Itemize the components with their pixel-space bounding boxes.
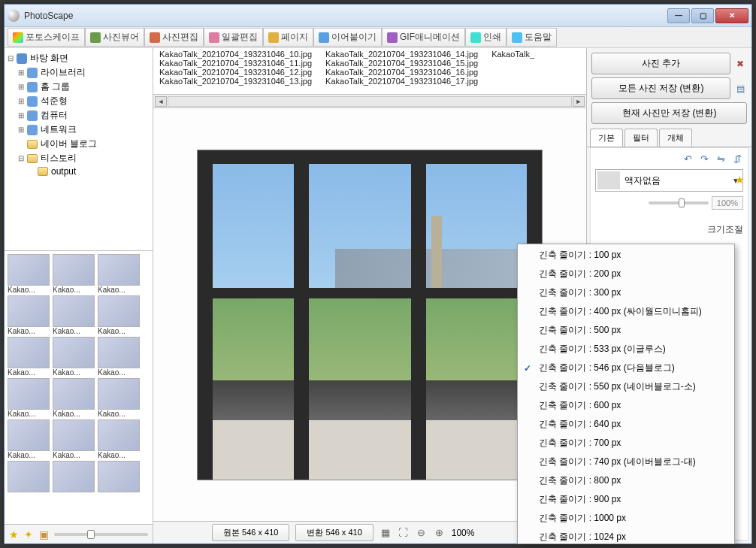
tree-node[interactable]: ⊞라이브러리 <box>6 65 151 80</box>
wand-icon[interactable]: ✦ <box>24 529 35 540</box>
redo-icon[interactable]: ↷ <box>698 153 710 165</box>
opacity-slider[interactable] <box>649 201 709 204</box>
tree-root[interactable]: ⊟바탕 화면 <box>6 51 151 65</box>
tree-node[interactable]: 네이버 블로그 <box>6 137 151 151</box>
resize-label[interactable]: 크기조절 <box>595 223 743 236</box>
toolbar-tab[interactable]: 포토스케이프 <box>8 28 85 47</box>
menu-item[interactable]: 긴축 줄이기 : 300 px <box>519 283 733 302</box>
thumbnail[interactable] <box>8 461 50 492</box>
menu-item[interactable]: 긴축 줄이기 : 500 px <box>519 321 733 340</box>
toolbar-tab[interactable]: 일괄편집 <box>204 28 263 47</box>
add-photo-button[interactable]: 사진 추가 <box>591 53 730 74</box>
menu-item[interactable]: 긴축 줄이기 : 400 px (싸이월드미니홈피) <box>519 302 733 321</box>
file-item[interactable]: KakaoTalk_20210704_193231046_10.jpg <box>159 50 312 59</box>
menu-item[interactable]: 긴축 줄이기 : 533 px (이글루스) <box>519 340 733 359</box>
minimize-button[interactable]: — <box>667 8 690 23</box>
menu-item[interactable]: 긴축 줄이기 : 550 px (네이버블로그-소) <box>519 377 733 396</box>
file-item[interactable]: KakaoTalk_20210704_193231046_11.jpg <box>159 59 312 68</box>
thumbnail[interactable]: Kakao... <box>53 378 95 418</box>
toolbar-tab[interactable]: 도움말 <box>507 28 557 47</box>
tree-node[interactable]: ⊞컴퓨터 <box>6 108 151 123</box>
star-icon[interactable]: ★ <box>9 529 20 540</box>
thumbnail[interactable]: Kakao... <box>53 254 95 294</box>
toolbar-tab[interactable]: 인쇄 <box>465 28 507 47</box>
maximize-button[interactable]: ▢ <box>691 8 714 23</box>
delete-icon[interactable]: ✖ <box>733 57 747 71</box>
expander-icon[interactable]: ⊞ <box>17 83 26 91</box>
save-all-button[interactable]: 모든 사진 저장 (변환) <box>591 77 730 99</box>
expander-icon[interactable]: ⊞ <box>17 68 26 77</box>
menu-item[interactable]: 긴축 줄이기 : 200 px <box>519 265 733 283</box>
thumbnail[interactable]: Kakao... <box>98 337 140 377</box>
thumbnail[interactable]: Kakao... <box>8 295 50 335</box>
close-button[interactable]: ✕ <box>715 8 748 23</box>
file-list-scrollbar[interactable]: ◄ ► <box>153 95 586 108</box>
menu-item[interactable]: 긴축 줄이기 : 640 px <box>519 415 733 434</box>
list-icon[interactable]: ▤ <box>733 82 747 95</box>
thumbnail[interactable]: Kakao... <box>98 378 140 418</box>
file-item[interactable]: KakaoTalk_20210704_193231046_15.jpg <box>325 59 478 68</box>
file-item[interactable]: KakaoTalk_ <box>491 50 534 59</box>
tree-node[interactable]: ⊞네트워크 <box>6 123 151 137</box>
save-current-button[interactable]: 현재 사진만 저장 (변환) <box>591 102 747 124</box>
file-item[interactable]: KakaoTalk_20210704_193231046_14.jpg <box>325 50 478 59</box>
frame-select[interactable]: 액자없음 ▾ <box>595 169 743 192</box>
thumbnail[interactable]: Kakao... <box>8 337 50 377</box>
scroll-right-icon[interactable]: ► <box>573 96 585 107</box>
menu-item[interactable]: 긴축 줄이기 : 740 px (네이버블로그-대) <box>519 453 733 471</box>
thumbnail[interactable] <box>98 461 140 492</box>
panel-tab[interactable]: 기본 <box>590 129 623 147</box>
scroll-track[interactable] <box>168 96 572 107</box>
tree-node[interactable]: ⊞석준형 <box>6 94 151 108</box>
toolbar-tab[interactable]: 이어붙이기 <box>313 28 382 47</box>
panel-tab[interactable]: 개체 <box>659 129 692 147</box>
undo-icon[interactable]: ↶ <box>682 153 694 165</box>
expander-icon[interactable]: ⊞ <box>17 126 26 134</box>
thumbnail[interactable]: Kakao... <box>98 254 140 294</box>
toolbar-tab[interactable]: 사진편집 <box>144 28 204 47</box>
folder-tree[interactable]: ⊟바탕 화면⊞라이브러리⊞홈 그룹⊞석준형⊞컴퓨터⊞네트워크네이버 블로그⊟티스… <box>5 48 153 251</box>
thumbnail[interactable]: Kakao... <box>8 419 50 459</box>
menu-item[interactable]: 긴축 줄이기 : 900 px <box>519 490 733 509</box>
tree-node[interactable]: output <box>6 165 151 177</box>
thumbnail[interactable] <box>53 461 95 492</box>
file-item[interactable]: KakaoTalk_20210704_193231046_16.jpg <box>325 68 478 77</box>
tree-node[interactable]: ⊞홈 그룹 <box>6 80 151 94</box>
zoom-in-icon[interactable]: ⊕ <box>434 527 446 539</box>
thumb-size-slider[interactable] <box>54 533 148 536</box>
flip-h-icon[interactable]: ⇋ <box>715 153 727 165</box>
thumbnail[interactable]: Kakao... <box>53 419 95 459</box>
fit-icon[interactable]: ⛶ <box>398 527 410 539</box>
flip-v-icon[interactable]: ⇵ <box>731 153 743 165</box>
scroll-left-icon[interactable]: ◄ <box>155 96 167 107</box>
expander-icon[interactable]: ⊞ <box>17 111 26 120</box>
file-item[interactable]: KakaoTalk_20210704_193231046_12.jpg <box>159 68 312 77</box>
thumbnail[interactable]: Kakao... <box>8 378 50 418</box>
expander-icon[interactable]: ⊟ <box>6 54 15 62</box>
favorite-icon[interactable]: ★ <box>735 174 745 186</box>
toolbar-tab[interactable]: 페이지 <box>263 28 313 47</box>
grid-icon[interactable]: ▦ <box>380 527 392 539</box>
expander-icon[interactable]: ⊞ <box>17 97 26 105</box>
toolbar-tab[interactable]: 사진뷰어 <box>85 28 144 47</box>
tree-node[interactable]: ⊟티스토리 <box>6 151 151 165</box>
menu-item[interactable]: 긴축 줄이기 : 100 px <box>519 246 733 265</box>
panel-tab[interactable]: 필터 <box>624 129 658 147</box>
menu-item[interactable]: 긴축 줄이기 : 1024 px <box>519 528 733 546</box>
thumbnail[interactable]: Kakao... <box>8 254 50 294</box>
toolbar-tab[interactable]: GIF애니메이션 <box>382 28 465 47</box>
menu-item[interactable]: 긴축 줄이기 : 800 px <box>519 471 733 490</box>
menu-item[interactable]: 긴축 줄이기 : 700 px <box>519 434 733 453</box>
file-item[interactable]: KakaoTalk_20210704_193231046_13.jpg <box>159 77 312 86</box>
expander-icon[interactable]: ⊟ <box>17 154 26 162</box>
thumbnail[interactable]: Kakao... <box>98 419 140 459</box>
resize-context-menu[interactable]: 긴축 줄이기 : 100 px긴축 줄이기 : 200 px긴축 줄이기 : 3… <box>517 244 735 544</box>
thumbnail-grid[interactable]: Kakao...Kakao...Kakao...Kakao...Kakao...… <box>5 251 153 524</box>
folder-icon[interactable]: ▣ <box>39 529 50 540</box>
menu-item[interactable]: 긴축 줄이기 : 600 px <box>519 396 733 415</box>
thumbnail[interactable]: Kakao... <box>53 295 95 335</box>
file-item[interactable]: KakaoTalk_20210704_193231046_17.jpg <box>325 77 478 86</box>
zoom-out-icon[interactable]: ⊖ <box>416 527 428 539</box>
thumbnail[interactable]: Kakao... <box>53 337 95 377</box>
menu-item[interactable]: ✓긴축 줄이기 : 546 px (다음블로그) <box>519 359 733 377</box>
